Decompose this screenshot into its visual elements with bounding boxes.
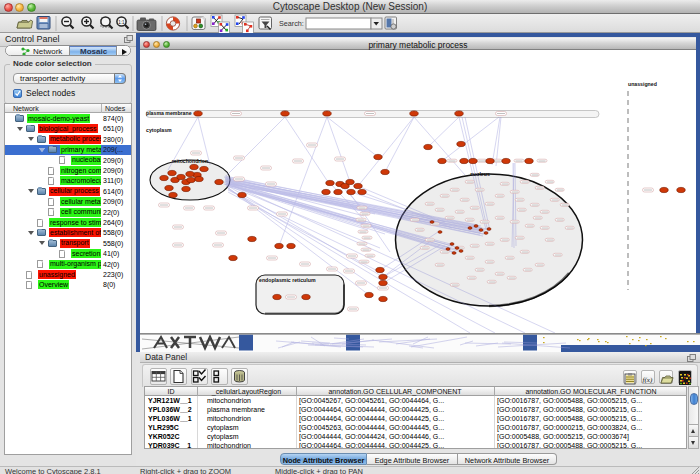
- svg-text:1:1: 1:1: [118, 20, 125, 25]
- svg-text:Search:: Search:: [279, 19, 304, 28]
- svg-text:f(x): f(x): [643, 376, 653, 384]
- svg-text:endoplasmic reticulum: endoplasmic reticulum: [259, 277, 316, 283]
- svg-text:plasma membrane: plasma membrane: [146, 110, 192, 116]
- svg-text:mitochondrion: mitochondrion: [172, 158, 208, 164]
- svg-text:unassigned: unassigned: [628, 81, 657, 87]
- svg-text:cytoplasm: cytoplasm: [146, 127, 172, 133]
